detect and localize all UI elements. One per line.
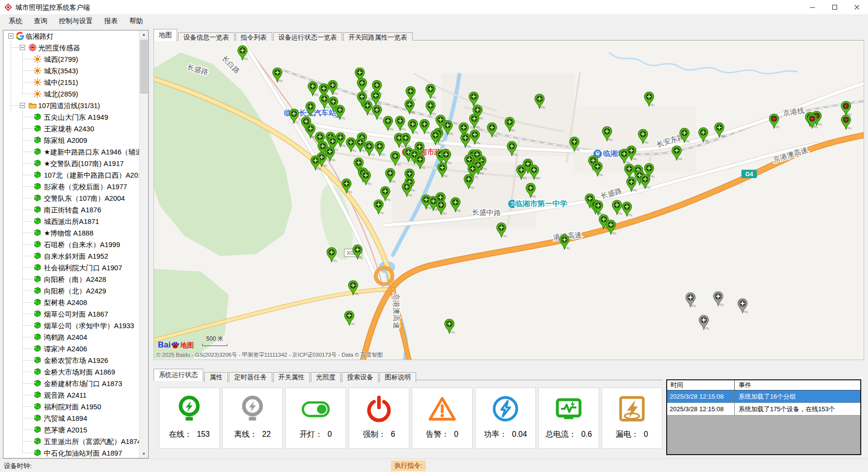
tree-row[interactable]: 陈家组 A2009 xyxy=(3,135,140,146)
tree-row[interactable]: 五尖山大门东 A1949 xyxy=(3,111,140,123)
tree-guide xyxy=(23,360,33,361)
tree-row[interactable]: 烟草公司对面 A1867 xyxy=(3,308,140,320)
title-bar: 城市照明监控系统客户端 xyxy=(0,0,868,15)
app-logo-icon xyxy=(4,3,12,11)
status-card-label: 强制：6 xyxy=(349,430,409,440)
tree-row[interactable]: 光照度传感器 xyxy=(3,42,140,54)
tree-item-label: 临湘路灯 xyxy=(26,32,54,41)
status-card-label: 漏电：0 xyxy=(602,430,662,440)
menu-item[interactable]: 系统 xyxy=(3,15,28,27)
status-card-告警: 告警：0 xyxy=(412,388,473,449)
tree-row[interactable]: 城西(2799) xyxy=(3,54,140,65)
tree-item-label: 城北(2859) xyxy=(44,90,78,98)
menu-item[interactable]: 控制与设置 xyxy=(53,15,98,27)
tab-地图[interactable]: 地图 xyxy=(154,29,177,41)
status-card-功率: 功率：0.04 xyxy=(475,388,536,449)
tree-item-label: 梨树巷 A2408 xyxy=(44,298,87,307)
tree-row[interactable]: 王家珑巷 A2430 xyxy=(3,123,140,135)
tree-row[interactable]: 梨树巷 A2408 xyxy=(3,297,140,308)
flag-icon xyxy=(33,252,42,260)
status-card-在线: 在线：153 xyxy=(159,388,220,449)
menu-item[interactable]: 查询 xyxy=(28,15,53,27)
flag-icon xyxy=(33,275,42,283)
event-text: 系统加载了16个分组 xyxy=(735,390,860,403)
tree-row[interactable]: 向阳桥（南）A2428 xyxy=(3,274,140,285)
event-log-col-event[interactable]: 事件 xyxy=(735,380,860,390)
tree-row[interactable]: 石咀桥（自来水）A1999 xyxy=(3,239,140,250)
card-metric-name: 功率： xyxy=(484,430,507,438)
tree-expand-toggle[interactable] xyxy=(8,33,14,39)
tree-item-label: 光照度传感器 xyxy=(38,43,80,52)
event-log-col-time[interactable]: 时间 xyxy=(667,380,735,390)
tree-row[interactable]: 汽贸城 A1894 xyxy=(3,413,140,424)
tree-row[interactable]: 城西派出所A1871 xyxy=(3,216,140,227)
tree-item-label: 烟草公司（求知中学）A1933 xyxy=(44,321,134,330)
tab-系统运行状态[interactable]: 系统运行状态 xyxy=(154,369,203,381)
baidu-map[interactable]: 长盛路长白路长安东路长盛中路长盛路港澳高速京港澳高速京港澳高速京港线G4X089… xyxy=(154,41,864,360)
tab-光照度[interactable]: 光照度 xyxy=(311,372,341,382)
map-canvas[interactable]: 长盛路长白路长安东路长盛中路长盛路港澳高速京港澳高速京港澳高速京港线G4X089… xyxy=(154,41,864,360)
tree-item-label: 107国道沿线(31/31) xyxy=(38,101,100,110)
tab-图标说明[interactable]: 图标说明 xyxy=(379,372,416,382)
flag-icon xyxy=(33,356,42,364)
tree-row[interactable]: 临湘路灯 xyxy=(3,30,140,42)
tree-row[interactable]: 五里派出所（富源汽配）A1874 xyxy=(3,436,140,447)
tree-row[interactable]: 社会福利院大门口 A1907 xyxy=(3,262,140,274)
scroll-down-icon[interactable]: ▼ xyxy=(140,450,148,458)
maximize-button[interactable] xyxy=(824,0,846,14)
tree-row[interactable]: 城中(2151) xyxy=(3,77,140,88)
tree-row[interactable]: 交警队东（107南）A2004 xyxy=(3,193,140,204)
tree-row[interactable]: 城北(2859) xyxy=(3,88,140,100)
scroll-up-icon[interactable]: ▲ xyxy=(140,30,148,39)
tree-item-label: ★交警队西(107南) A1917 xyxy=(44,159,124,168)
tree-row[interactable]: 向阳桥（北）A2429 xyxy=(3,285,140,297)
toggle-icon xyxy=(301,394,330,423)
tree-row[interactable]: ★建新中路路口东 A1946（辅道灯） xyxy=(3,146,140,158)
tree-row[interactable]: ★交警队西(107南) A1917 xyxy=(3,158,140,169)
event-log-row[interactable]: 2025/3/28 12:15:08系统加载了16个分组 xyxy=(667,390,860,403)
status-card-强制: 强制：6 xyxy=(349,388,409,449)
tree-row[interactable]: 金桥大市场对面 A1869 xyxy=(3,366,140,378)
tree-expand-toggle[interactable] xyxy=(20,45,25,50)
tree-guide xyxy=(23,348,33,349)
tree-row[interactable]: 自来水斜对面 A1952 xyxy=(3,250,140,262)
tree-row[interactable]: ★博物馆 A1888 xyxy=(3,227,140,239)
tab-属性[interactable]: 属性 xyxy=(204,372,228,382)
tree-item-label: 石咀桥（自来水）A1999 xyxy=(44,240,120,249)
tree-row[interactable]: 107北（建新中路路口西）A2014 xyxy=(3,169,140,181)
google-g-icon xyxy=(16,32,24,40)
close-button[interactable] xyxy=(846,0,868,14)
tree-row[interactable]: 芭茅塘 A2015 xyxy=(3,424,140,436)
menu-item[interactable]: 帮助 xyxy=(124,15,149,27)
tree-row[interactable]: 彭家巷（党校后面）A1977 xyxy=(3,181,140,193)
tab-开关属性[interactable]: 开关属性 xyxy=(273,372,310,382)
leakage-icon xyxy=(617,394,646,423)
flag-icon xyxy=(33,194,42,202)
tab-定时器任务[interactable]: 定时器任务 xyxy=(229,372,272,382)
tree-guide xyxy=(23,372,33,372)
tree-row[interactable]: 107国道沿线(31/31) xyxy=(3,100,140,111)
tree-row[interactable]: 烟草公司（求知中学）A1933 xyxy=(3,320,140,332)
tree-row[interactable]: 福利院对面 A1950 xyxy=(3,401,140,413)
event-log-row[interactable]: 2025/3/28 12:15:08系统加载了175个设备，在线153个 xyxy=(667,403,860,416)
tree-row[interactable]: 中石化加油站对面 A1897 xyxy=(3,447,140,458)
tree-row[interactable]: 金桥农贸市场 A1926 xyxy=(3,355,140,366)
tree-scrollbar[interactable]: ▲ ▼ xyxy=(139,30,148,458)
minimize-button[interactable] xyxy=(801,0,824,14)
tree-row[interactable]: 南正街转盘 A1876 xyxy=(3,204,140,216)
tree-row[interactable]: 观音路 A2411 xyxy=(3,389,140,401)
tree-row[interactable]: 鸿鹤路 A2404 xyxy=(3,332,140,343)
menu-item[interactable]: 报表 xyxy=(98,15,124,27)
tree-guide xyxy=(23,163,33,164)
status-card-开灯: 开灯：0 xyxy=(285,388,346,449)
tree-row[interactable]: 谭家冲 A2406 xyxy=(3,343,140,355)
flag-icon xyxy=(33,379,42,388)
tree-item-label: 南正街转盘 A1876 xyxy=(44,206,101,214)
tab-搜索设备[interactable]: 搜索设备 xyxy=(342,372,378,382)
scrollbar-thumb[interactable] xyxy=(140,40,148,94)
card-metric-name: 告警： xyxy=(426,430,449,438)
tree-row[interactable]: 城东(3543) xyxy=(3,65,140,77)
tree-guide xyxy=(23,82,33,83)
tree-expand-toggle[interactable] xyxy=(20,103,25,108)
tree-row[interactable]: 金桥建材市场门口 A1873 xyxy=(3,378,140,389)
